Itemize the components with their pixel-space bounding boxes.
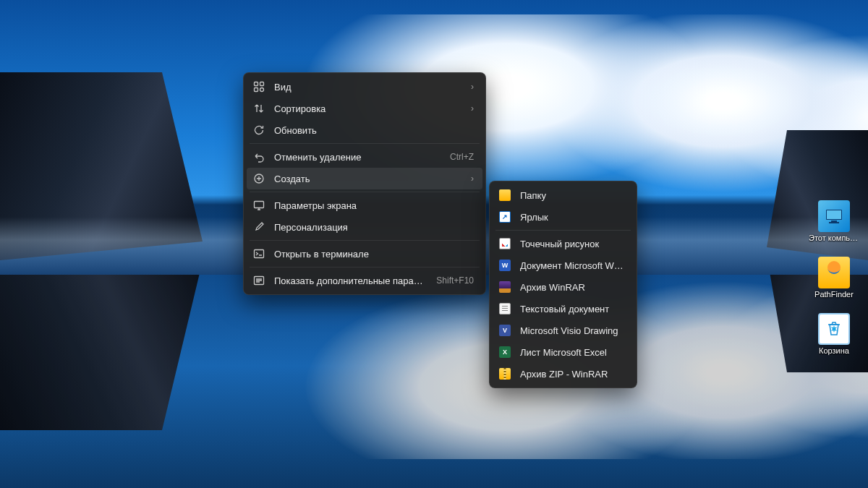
submenu-item-label: Точечный рисунок	[520, 239, 625, 249]
menu-separator	[250, 267, 480, 267]
filetype-link-icon: ↗	[498, 210, 511, 223]
menu-item-display[interactable]: Параметры экрана	[247, 194, 482, 216]
submenu-item-bmp[interactable]: Точечный рисунок	[493, 233, 634, 254]
submenu-item-visio[interactable]: VMicrosoft Visio Drawing	[493, 320, 634, 341]
svg-rect-9	[255, 202, 264, 208]
svg-point-7	[260, 88, 264, 92]
svg-rect-4	[255, 82, 258, 86]
context-submenu-new: Папку↗ЯрлыкТочечный рисунокWДокумент Mic…	[489, 181, 637, 388]
submenu-item-label: Текстовый документ	[520, 304, 625, 314]
filetype-excel-icon: X	[498, 346, 511, 359]
more-icon	[252, 274, 265, 287]
desktop-icons: Этот компью... PathFinder Корзина	[809, 199, 859, 356]
chevron-right-icon: ›	[471, 82, 474, 92]
menu-item-more[interactable]: Показать дополнительные параметрыShift+F…	[247, 270, 482, 291]
filetype-rar-icon	[498, 281, 511, 294]
filetype-folder-icon	[498, 189, 511, 202]
menu-item-new[interactable]: Создать›	[247, 168, 482, 189]
desktop-icon-label: Корзина	[819, 346, 849, 355]
desktop-icon-pathfinder[interactable]: PathFinder	[809, 255, 859, 300]
menu-item-label: Открыть в терминале	[274, 249, 465, 260]
grid-icon	[252, 80, 265, 93]
submenu-item-label: Архив ZIP - WinRAR	[520, 369, 625, 380]
submenu-item-txt[interactable]: Текстовый документ	[493, 298, 634, 320]
menu-item-label: Отменить удаление	[274, 152, 441, 163]
svg-rect-6	[255, 88, 258, 92]
menu-item-grid[interactable]: Вид›	[247, 76, 482, 98]
wallpaper-reflection	[0, 275, 868, 488]
svg-rect-1	[827, 210, 841, 219]
menu-item-terminal[interactable]: Открыть в терминале	[247, 243, 482, 265]
filetype-txt-icon	[498, 302, 511, 315]
filetype-word-icon: W	[498, 259, 511, 272]
menu-item-label: Персонализация	[274, 222, 465, 233]
menu-item-sort[interactable]: Сортировка›	[247, 98, 482, 119]
svg-rect-5	[260, 82, 264, 86]
chevron-right-icon: ›	[471, 103, 474, 114]
submenu-item-label: Документ Microsoft Word	[520, 260, 625, 271]
menu-shortcut: Shift+F10	[436, 275, 474, 286]
terminal-icon	[252, 247, 265, 260]
menu-item-refresh[interactable]: Обновить	[247, 119, 482, 141]
menu-separator	[250, 143, 480, 144]
submenu-item-excel[interactable]: XЛист Microsoft Excel	[493, 341, 634, 363]
recycle-bin-icon	[818, 313, 850, 345]
new-icon	[252, 172, 265, 185]
submenu-item-label: Папку	[520, 190, 625, 201]
submenu-item-label: Ярлык	[520, 212, 625, 223]
submenu-item-folder[interactable]: Папку	[493, 184, 634, 206]
undo-icon	[252, 150, 265, 163]
filetype-visio-icon: V	[498, 324, 511, 337]
submenu-item-rar[interactable]: Архив WinRAR	[493, 276, 634, 298]
refresh-icon	[252, 124, 265, 137]
menu-separator	[250, 192, 480, 192]
menu-shortcut: Ctrl+Z	[450, 152, 474, 162]
filetype-bmp-icon	[498, 237, 511, 250]
menu-item-label: Показать дополнительные параметры	[274, 275, 427, 286]
menu-separator	[250, 240, 480, 241]
submenu-item-label: Microsoft Visio Drawing	[520, 325, 625, 336]
desktop-icon-label: PathFinder	[814, 290, 854, 299]
sort-icon	[252, 102, 265, 115]
menu-item-label: Обновить	[274, 125, 465, 136]
context-menu: Вид›Сортировка›ОбновитьОтменить удаление…	[243, 72, 486, 295]
desktop-icon-label: Этот компью...	[809, 234, 859, 242]
svg-rect-2	[831, 221, 837, 222]
display-icon	[252, 199, 265, 212]
svg-rect-3	[829, 222, 839, 223]
menu-item-label: Сортировка	[274, 103, 462, 114]
menu-item-label: Параметры экрана	[274, 200, 465, 211]
menu-item-undo[interactable]: Отменить удалениеCtrl+Z	[247, 146, 482, 168]
pc-icon	[818, 200, 850, 232]
submenu-item-label: Архив WinRAR	[520, 282, 625, 293]
menu-item-brush[interactable]: Персонализация	[247, 216, 482, 238]
submenu-item-label: Лист Microsoft Excel	[520, 347, 625, 358]
submenu-item-word[interactable]: WДокумент Microsoft Word	[493, 254, 634, 276]
folder-user-icon	[818, 257, 850, 288]
filetype-zip-icon	[498, 367, 511, 380]
desktop-icon-this-pc[interactable]: Этот компью...	[809, 199, 859, 244]
submenu-item-zip[interactable]: Архив ZIP - WinRAR	[493, 363, 634, 385]
desktop-icon-recycle-bin[interactable]: Корзина	[809, 312, 859, 356]
menu-item-label: Создать	[274, 174, 462, 184]
menu-separator	[495, 230, 631, 231]
brush-icon	[252, 221, 265, 234]
menu-item-label: Вид	[274, 82, 462, 93]
submenu-item-link[interactable]: ↗Ярлык	[493, 206, 634, 228]
chevron-right-icon: ›	[471, 174, 474, 184]
svg-rect-10	[255, 250, 264, 258]
